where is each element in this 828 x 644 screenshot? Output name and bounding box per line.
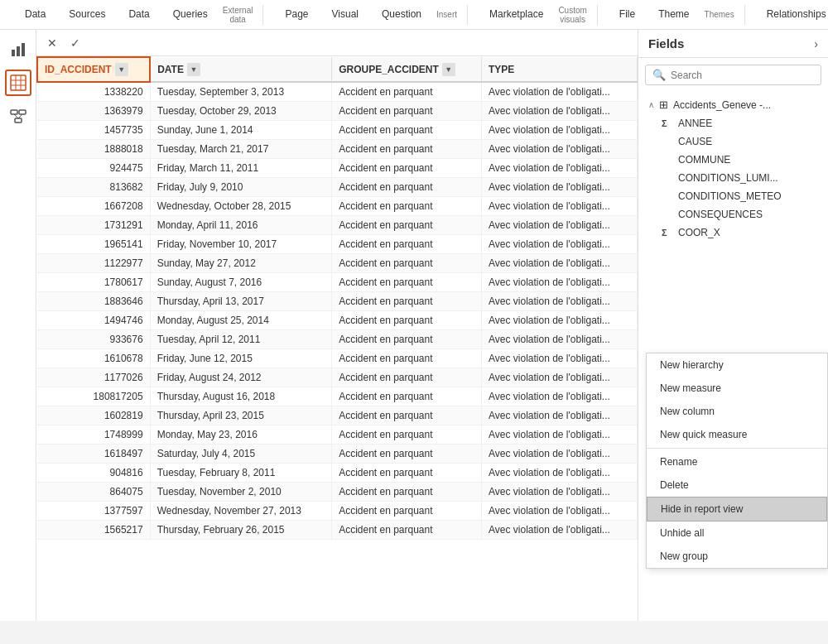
- col-header-date[interactable]: DATE ▼: [150, 57, 331, 82]
- table-cell: 1494746: [37, 311, 150, 330]
- tab-page[interactable]: Page: [277, 5, 316, 25]
- search-input[interactable]: [671, 70, 814, 81]
- table-cell: Avec violation de l'obligati...: [482, 502, 638, 521]
- tab-data2[interactable]: Data: [120, 5, 157, 25]
- tab-theme[interactable]: Theme: [650, 5, 697, 25]
- col-header-type[interactable]: TYPE: [482, 57, 638, 82]
- table-icon[interactable]: [5, 70, 31, 96]
- table-cell: Accident en parquant: [332, 464, 482, 483]
- context-new-group[interactable]: New group: [647, 545, 827, 568]
- field-coor-x[interactable]: Σ COOR_X: [638, 223, 828, 242]
- table-cell: Accident en parquant: [332, 311, 482, 330]
- table-row: 1610678Friday, June 12, 2015Accident en …: [37, 349, 638, 368]
- table-cell: Friday, November 10, 2017: [150, 235, 331, 254]
- field-conditions-lumi[interactable]: CONDITIONS_LUMI...: [638, 169, 828, 187]
- tab-sources[interactable]: Sources: [60, 5, 113, 25]
- table-cell: Avec violation de l'obligati...: [482, 121, 638, 140]
- table-cell: Tuesday, October 29, 2013: [150, 102, 331, 121]
- tab-data[interactable]: Data: [17, 5, 54, 25]
- table-row: 813682Friday, July 9, 2010Accident en pa…: [37, 178, 638, 197]
- table-cell: Avec violation de l'obligati...: [482, 368, 638, 387]
- tab-relationships[interactable]: Relationships: [758, 5, 828, 25]
- table-cell: Friday, June 12, 2015: [150, 349, 331, 368]
- table-cell: Avec violation de l'obligati...: [482, 159, 638, 178]
- filter-icon-groupe[interactable]: ▼: [442, 63, 455, 76]
- confirm-button[interactable]: ✓: [66, 34, 84, 52]
- table-cell: 1565217: [37, 521, 150, 540]
- chart-icon[interactable]: [5, 36, 31, 63]
- table-cell: Avec violation de l'obligati...: [482, 387, 638, 406]
- table-row: 1494746Monday, August 25, 2014Accident e…: [37, 311, 638, 330]
- table-cell: Monday, August 25, 2014: [150, 311, 331, 330]
- context-unhide-all[interactable]: Unhide all: [647, 521, 827, 545]
- table-cell: Accident en parquant: [332, 406, 482, 425]
- table-cell: Avec violation de l'obligati...: [482, 273, 638, 292]
- relationships-section: Relationships Relationships: [749, 5, 828, 25]
- sigma-icon-annee: Σ: [662, 118, 673, 128]
- field-group-accidents[interactable]: ∧ ⊞ Accidents_Geneve -...: [638, 95, 828, 114]
- table-cell: Accident en parquant: [332, 330, 482, 349]
- insert-section: Page Visual Question Insert: [267, 5, 468, 25]
- tab-question[interactable]: Question: [373, 5, 430, 25]
- filter-icon-id[interactable]: ▼: [115, 63, 128, 76]
- tab-file[interactable]: File: [611, 5, 643, 25]
- fields-expand-button[interactable]: ›: [814, 37, 818, 50]
- cancel-button[interactable]: ✕: [43, 34, 61, 52]
- fields-tree: ∧ ⊞ Accidents_Geneve -... Σ ANNEE CAUSE …: [638, 92, 828, 621]
- table-row: 1457735Sunday, June 1, 2014Accident en p…: [37, 121, 638, 140]
- model-icon[interactable]: [5, 103, 31, 129]
- context-new-quick-measure[interactable]: New quick measure: [647, 423, 827, 446]
- field-conditions-meteo[interactable]: CONDITIONS_METEO: [638, 187, 828, 205]
- data-table: ID_ACCIDENT ▼ DATE ▼ GRO: [36, 56, 638, 540]
- col-header-groupe[interactable]: GROUPE_ACCIDENT ▼: [332, 57, 482, 82]
- field-label-cause: CAUSE: [678, 136, 712, 147]
- table-cell: Accident en parquant: [332, 292, 482, 311]
- table-cell: Thursday, February 26, 2015: [150, 521, 331, 540]
- table-cell: 180817205: [37, 387, 150, 406]
- main-content: ✕ ✓ ID_ACCIDENT ▼ D: [0, 30, 828, 621]
- table-cell: Accident en parquant: [332, 483, 482, 502]
- field-annee[interactable]: Σ ANNEE: [638, 114, 828, 132]
- tab-visual[interactable]: Visual: [324, 5, 367, 25]
- table-cell: Friday, March 11, 2011: [150, 159, 331, 178]
- tab-queries[interactable]: Queries: [165, 5, 216, 25]
- field-label-commune: COMMUNE: [678, 154, 730, 166]
- filter-icon-date[interactable]: ▼: [187, 63, 200, 76]
- context-rename[interactable]: Rename: [647, 448, 827, 473]
- table-cell: Monday, April 11, 2016: [150, 216, 331, 235]
- context-hide-report-view[interactable]: Hide in report view: [647, 497, 827, 521]
- table-cell: 1965141: [37, 235, 150, 254]
- table-cell: 1731291: [37, 216, 150, 235]
- table-cell: Accident en parquant: [332, 121, 482, 140]
- svg-rect-10: [15, 118, 22, 123]
- field-cause[interactable]: CAUSE: [638, 132, 828, 151]
- table-row: 1122977Sunday, May 27, 2012Accident en p…: [37, 254, 638, 273]
- context-new-column[interactable]: New column: [647, 400, 827, 423]
- table-cell: Avec violation de l'obligati...: [482, 178, 638, 197]
- col-header-id[interactable]: ID_ACCIDENT ▼: [37, 57, 150, 82]
- table-row: 1667208Wednesday, October 28, 2015Accide…: [37, 197, 638, 216]
- table-cell: Thursday, April 13, 2017: [150, 292, 331, 311]
- fields-search-box[interactable]: 🔍: [645, 65, 821, 85]
- table-cell: 864075: [37, 483, 150, 502]
- svg-rect-2: [22, 43, 25, 56]
- group-chevron: ∧: [648, 100, 654, 109]
- field-commune[interactable]: COMMUNE: [638, 151, 828, 169]
- table-cell: Accident en parquant: [332, 349, 482, 368]
- field-consequences[interactable]: CONSEQUENCES: [638, 205, 828, 223]
- context-new-measure[interactable]: New measure: [647, 377, 827, 400]
- table-cell: 1177026: [37, 368, 150, 387]
- table-cell: 1610678: [37, 349, 150, 368]
- table-cell: 1363979: [37, 102, 150, 121]
- table-cell: Avec violation de l'obligati...: [482, 82, 638, 102]
- group-label: Accidents_Geneve -...: [673, 99, 771, 111]
- table-cell: Wednesday, October 28, 2015: [150, 197, 331, 216]
- context-delete[interactable]: Delete: [647, 473, 827, 497]
- tab-marketplace[interactable]: Marketplace: [481, 5, 551, 25]
- table-cell: Accident en parquant: [332, 502, 482, 521]
- context-new-hierarchy[interactable]: New hierarchy: [647, 353, 827, 377]
- table-cell: Avec violation de l'obligati...: [482, 216, 638, 235]
- table-row: 180817205Thursday, August 16, 2018Accide…: [37, 387, 638, 406]
- table-cell: 1888018: [37, 140, 150, 159]
- data-section: Data Sources Data Queries External data: [7, 5, 263, 25]
